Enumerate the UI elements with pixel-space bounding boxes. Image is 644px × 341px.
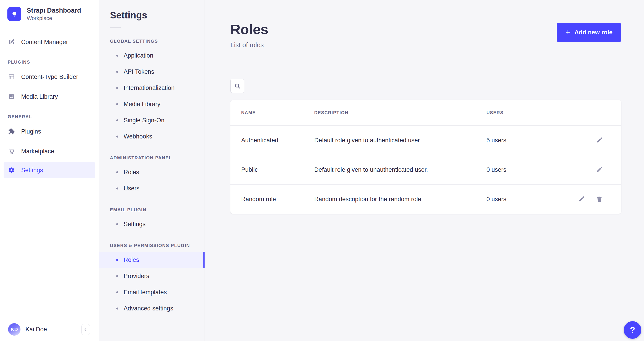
subnav-item-label: Advanced settings [124,305,173,312]
role-users-count: 5 users [486,137,565,144]
question-mark-icon: ? [630,325,635,335]
subnav-item-label: Roles [124,169,139,176]
sidebar-item-marketplace[interactable]: Marketplace [0,142,99,160]
page-title: Roles [230,22,268,36]
subnav-item-single-sign-on[interactable]: Single Sign-On [99,112,204,128]
subnav-title: Settings [110,10,194,21]
row-actions [565,195,603,203]
content-type-builder-icon [8,73,15,81]
media-library-icon [8,93,15,100]
brand-text: Strapi Dashboard Workplace [27,6,81,22]
role-users-count: 0 users [486,196,565,203]
content-manager-icon [8,38,15,46]
delete-role-button[interactable] [596,195,603,203]
role-name: Random role [241,196,314,203]
subnav-item-up-email-templates[interactable]: Email templates [99,284,204,300]
workspace-subtitle: Workplace [27,15,81,22]
subnav-item-application[interactable]: Application [99,48,204,64]
subnav-header: Settings [99,0,204,28]
column-header-name: NAME [241,110,314,115]
table-row-authenticated: Authenticated Default role given to auth… [230,126,621,155]
main-sidebar: Strapi Dashboard Workplace Content Manag… [0,0,99,341]
role-users-count: 0 users [486,166,565,173]
sidebar-item-label: Settings [21,167,43,174]
avatar-initials: KD [11,326,18,332]
help-button[interactable]: ? [624,321,641,339]
add-new-role-label: Add new role [574,29,612,36]
main-content: Roles List of roles + Add new role NAME … [205,0,644,341]
bullet-icon [116,259,118,261]
sidebar-item-plugins[interactable]: Plugins [0,122,99,140]
bullet-icon [116,119,118,122]
bullet-icon [116,275,118,277]
workspace-brand[interactable]: Strapi Dashboard Workplace [0,0,99,28]
sidebar-item-label: Content-Type Builder [21,74,78,80]
page-header: Roles List of roles + Add new role [205,0,644,49]
subnav-item-label: API Tokens [124,68,154,75]
pencil-icon [596,137,603,144]
subnav-item-admin-roles[interactable]: Roles [99,164,204,180]
subnav-section-label: EMAIL PLUGIN [99,207,204,212]
subnav-item-email-settings[interactable]: Settings [99,216,204,232]
subnav-item-up-advanced-settings[interactable]: Advanced settings [99,300,204,316]
subnav-item-label: Application [124,52,153,59]
subnav-item-label: Media Library [124,101,160,108]
settings-gear-icon [8,166,15,174]
page-header-text: Roles List of roles [230,22,268,49]
sidebar-item-settings[interactable]: Settings [4,162,95,178]
marketplace-icon [8,148,15,155]
settings-subnav: Settings GLOBAL SETTINGS Application API… [99,0,205,341]
bullet-icon [116,54,118,57]
subnav-item-admin-users[interactable]: Users [99,180,204,196]
edit-role-button[interactable] [596,166,603,174]
subnav-section-global-settings: GLOBAL SETTINGS Application API Tokens I… [99,39,204,144]
subnav-item-label: Single Sign-On [124,117,164,124]
edit-role-button[interactable] [596,136,603,144]
nav-section-plugins: PLUGINS [0,60,99,65]
strapi-logo-icon [8,7,21,21]
sidebar-item-content-type-builder[interactable]: Content-Type Builder [0,68,99,86]
bullet-icon [116,308,118,310]
subnav-item-label: Users [124,185,140,192]
edit-role-button[interactable] [578,195,585,203]
collapse-sidebar-button[interactable] [81,324,90,335]
bullet-icon [116,291,118,293]
sidebar-footer: KD Kai Doe [0,318,99,341]
role-description: Default role given to unauthenticated us… [314,166,486,173]
subnav-item-internationalization[interactable]: Internationalization [99,80,204,96]
bullet-icon [116,188,118,190]
subnav-section-label: GLOBAL SETTINGS [99,39,204,44]
subnav-item-media-library[interactable]: Media Library [99,96,204,112]
bullet-icon [116,136,118,138]
bullet-icon [116,223,118,225]
subnav-section-label: ADMINISTRATION PANEL [99,155,204,160]
subnav-item-api-tokens[interactable]: API Tokens [99,64,204,80]
sidebar-item-label: Marketplace [21,148,54,155]
row-actions [565,166,603,174]
bullet-icon [116,71,118,73]
subnav-divider [110,28,121,28]
subnav-section-administration-panel: ADMINISTRATION PANEL Roles Users [99,155,204,196]
sidebar-item-media-library[interactable]: Media Library [0,88,99,106]
search-button[interactable] [230,79,244,93]
user-menu-button[interactable]: KD Kai Doe [8,323,47,336]
bullet-icon [116,103,118,105]
main-nav-list: Content Manager PLUGINS Content-Type Bui… [0,28,99,178]
sidebar-item-content-manager[interactable]: Content Manager [0,33,99,51]
row-actions [565,136,603,144]
subnav-item-webhooks[interactable]: Webhooks [99,128,204,144]
subnav-item-label: Email templates [124,289,167,296]
chevron-left-icon [83,327,88,332]
subnav-item-label: Webhooks [124,133,152,140]
bullet-icon [116,87,118,89]
trash-icon [596,196,603,202]
nav-section-general: GENERAL [0,114,99,119]
add-new-role-button[interactable]: + Add new role [557,23,621,42]
subnav-item-up-providers[interactable]: Providers [99,268,204,284]
plus-icon: + [565,28,570,36]
subnav-item-up-roles[interactable]: Roles [99,252,204,268]
subnav-section-users-permissions-plugin: USERS & PERMISSIONS PLUGIN Roles Provide… [99,243,204,316]
column-header-description: DESCRIPTION [314,110,486,115]
table-header-row: NAME DESCRIPTION USERS [230,100,621,126]
pencil-icon [596,166,603,173]
